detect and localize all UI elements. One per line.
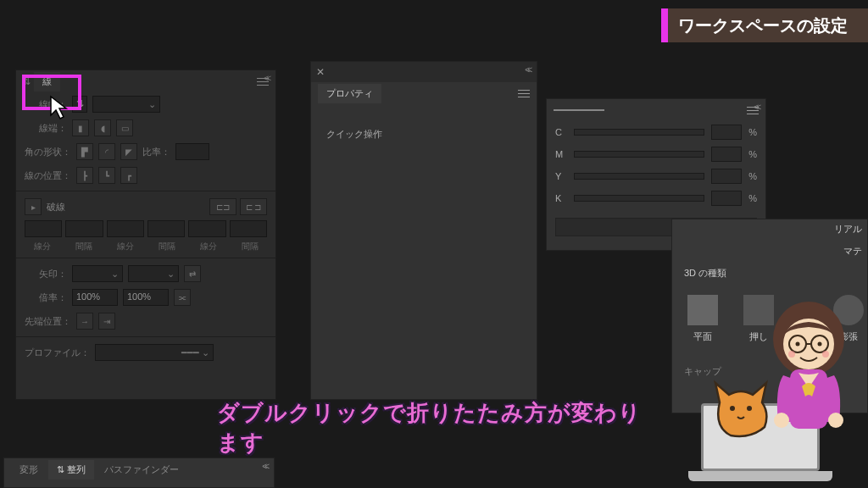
quick-actions-label: クイック操作 (311, 104, 537, 164)
c-slider[interactable] (574, 129, 704, 136)
stroke-cap-label: 線端： (25, 122, 67, 135)
scale-input-2[interactable]: 100% (123, 289, 169, 306)
subtitle-caption: ダブルクリックで折りたたみ方が変わります (217, 398, 651, 458)
panel-menu-icon[interactable] (747, 104, 759, 117)
dash-input-3[interactable] (107, 220, 144, 237)
k-slider[interactable] (574, 195, 704, 202)
dash-labels: 線分 間隔 線分 間隔 線分 間隔 (16, 239, 275, 254)
svg-point-12 (774, 413, 789, 428)
k-value[interactable] (711, 191, 742, 206)
svg-point-10 (822, 351, 829, 358)
k-pct: % (748, 193, 757, 203)
stroke-align-label: 線の位置： (25, 169, 71, 182)
dash-input-1[interactable] (25, 220, 62, 237)
plane-icon (687, 295, 718, 325)
grip-icon: ⇅ (23, 76, 31, 87)
panel-menu-icon[interactable] (518, 87, 530, 100)
corner-miter-icon[interactable]: ▛ (76, 143, 93, 160)
y-slider[interactable] (574, 173, 704, 180)
close-icon[interactable]: ✕ (316, 66, 325, 78)
dash-input-6[interactable] (230, 220, 267, 237)
align-inside-icon[interactable]: ┗ (98, 167, 115, 184)
m-label: M (555, 149, 567, 159)
y-pct: % (748, 171, 757, 181)
dash-header: 線分 (108, 241, 142, 252)
arrow-swap-icon[interactable]: ⇄ (184, 265, 201, 282)
dash-input-2[interactable] (65, 220, 103, 237)
stroke-panel: << ⇅ 線 線幅： ⇅ ⌄ 線端： ▮ ◖ ▭ 角の形状： ▛ ◜ ◤ 比率：… (15, 69, 276, 400)
svg-point-13 (828, 413, 843, 428)
dash-input-4[interactable] (147, 220, 185, 237)
dash-input-5[interactable] (188, 220, 225, 237)
scale-label: 倍率： (25, 291, 67, 304)
side-tab-2[interactable]: マテ (843, 245, 862, 258)
align-center-icon[interactable]: ┣ (76, 167, 93, 184)
dash-label: 破線 (47, 201, 65, 214)
3d-item-label: 平面 (693, 330, 712, 343)
stroke-corner-label: 角の形状： (25, 146, 71, 158)
tab-transform[interactable]: 変形 (11, 460, 47, 480)
dash-header: 間隔 (66, 241, 101, 252)
arrow-label: 矢印： (25, 268, 67, 280)
dash-header: 間隔 (149, 241, 184, 252)
title-banner: ワークスペースの設定 (661, 8, 868, 42)
arrow-end-dropdown[interactable]: ⌄ (128, 265, 179, 282)
cap-butt-icon[interactable]: ▮ (72, 119, 89, 136)
cat-illustration (707, 373, 775, 441)
panel-menu-icon[interactable] (257, 75, 269, 88)
align-outside-icon[interactable]: ┏ (120, 167, 137, 184)
tip-label: 先端位置： (25, 315, 71, 328)
cap-round-icon[interactable]: ◖ (94, 119, 111, 136)
tip-pos-2-icon[interactable]: ⇥ (98, 313, 115, 330)
svg-point-8 (818, 342, 822, 347)
properties-panel: ✕ << プロパティ クイック操作 (310, 61, 537, 400)
cap-projecting-icon[interactable]: ▭ (116, 119, 133, 136)
color-tab-placeholder (554, 109, 604, 111)
dash-inputs (16, 219, 275, 239)
tab-pathfinder[interactable]: パスファインダー (96, 460, 187, 480)
scale-link-icon[interactable]: ⫘ (174, 289, 191, 306)
dash-header: 線分 (25, 241, 59, 252)
scale-input-1[interactable]: 100% (72, 289, 118, 306)
tab-properties[interactable]: プロパティ (318, 84, 381, 103)
corner-bevel-icon[interactable]: ◤ (120, 143, 137, 160)
stroke-width-dropdown[interactable]: ⌄ (92, 96, 160, 113)
3d-item-plane[interactable]: 平面 (687, 295, 718, 343)
m-pct: % (748, 149, 757, 159)
svg-point-0 (730, 406, 735, 411)
y-value[interactable] (711, 169, 742, 184)
tab-stroke[interactable]: 線 (34, 72, 60, 92)
m-slider[interactable] (574, 151, 704, 158)
stroke-width-stepper[interactable]: ⇅ (72, 96, 87, 113)
dash-header: 線分 (191, 241, 225, 252)
stroke-tab-row: ⇅ 線 (16, 70, 275, 92)
dash-mode-2-icon[interactable]: ⊏ ⊐ (240, 198, 267, 215)
profile-dropdown[interactable]: ━━━ ⌄ (95, 344, 214, 361)
m-value[interactable] (711, 147, 742, 162)
bottom-tabs-panel: << 変形 ⇅整列 パスファインダー (3, 458, 275, 488)
corner-round-icon[interactable]: ◜ (98, 143, 115, 160)
arrow-start-dropdown[interactable]: ⌄ (72, 265, 123, 282)
dash-checkbox[interactable]: ▸ (25, 198, 42, 215)
tip-pos-1-icon[interactable]: → (76, 313, 93, 330)
k-label: K (555, 193, 567, 203)
profile-label: プロファイル： (25, 347, 90, 359)
stroke-width-label: 線幅： (25, 98, 67, 111)
svg-point-1 (747, 406, 752, 411)
title-text: ワークスペースの設定 (678, 14, 848, 37)
c-value[interactable] (711, 125, 742, 140)
svg-point-7 (796, 342, 800, 347)
c-label: C (555, 127, 567, 137)
side-tab-1[interactable]: リアル (834, 223, 862, 236)
dash-mode-1-icon[interactable]: ⊏⊐ (209, 198, 236, 215)
collapse-icon[interactable]: << (525, 65, 530, 75)
c-pct: % (748, 127, 757, 137)
dash-header: 間隔 (232, 241, 267, 252)
title-accent (661, 8, 668, 42)
svg-point-9 (788, 351, 795, 358)
stroke-ratio-input[interactable] (175, 143, 209, 160)
tab-align[interactable]: ⇅整列 (48, 460, 94, 480)
y-label: Y (555, 171, 567, 181)
stroke-ratio-label: 比率： (142, 146, 170, 158)
